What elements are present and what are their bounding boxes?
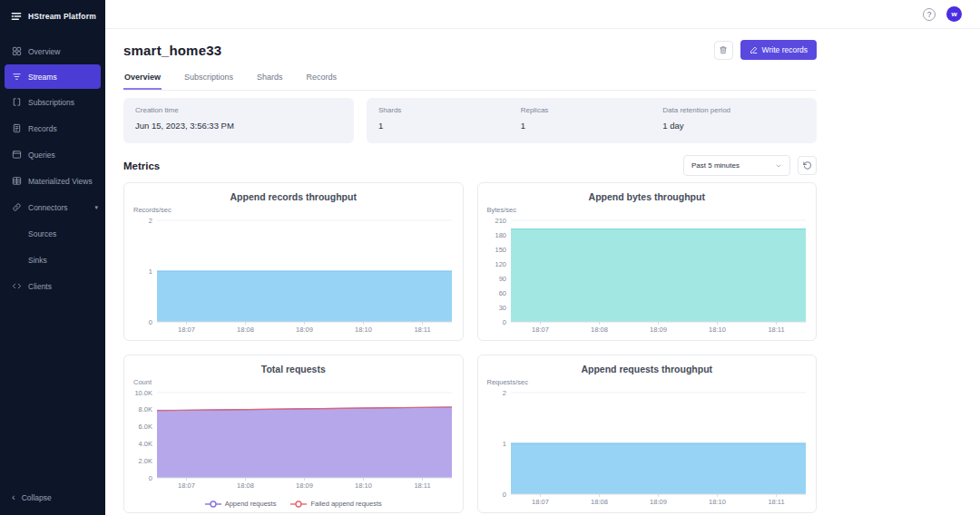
- write-records-label: Write records: [762, 45, 808, 54]
- stream-info: Creation time Jun 15, 2023, 3:56:33 PM S…: [123, 98, 817, 143]
- svg-text:2: 2: [502, 390, 505, 397]
- svg-text:18:09: 18:09: [650, 498, 667, 506]
- svg-text:18:08: 18:08: [237, 481, 254, 490]
- sidebar-item-streams[interactable]: Streams: [5, 64, 101, 89]
- tab-records[interactable]: Records: [306, 67, 338, 90]
- chart-card-append-bytes-throughput: Append bytes throughput Bytes/sec 030609…: [477, 182, 818, 341]
- refresh-button[interactable]: [798, 156, 817, 175]
- sidebar-item-connectors[interactable]: Connectors ▾: [0, 194, 105, 220]
- chart-title: Append records throughput: [124, 183, 463, 202]
- app-logo: HStream Platform: [0, 0, 105, 31]
- replicas-label: Replicas: [521, 106, 663, 114]
- creation-time-value: Jun 15, 2023, 3:56:33 PM: [135, 121, 342, 131]
- time-range-value: Past 5 minutes: [691, 161, 740, 170]
- chevron-down-icon: [775, 162, 782, 170]
- legend-label: Failed append requests: [310, 500, 381, 508]
- retention-field: Data retention period 1 day: [662, 106, 805, 135]
- sidebar-item-clients[interactable]: Clients: [0, 273, 105, 299]
- chart-canvas: 02.0K4.0K6.0K8.0K10.0K18:0718:0818:0918:…: [126, 390, 459, 492]
- metrics-header: Metrics Past 5 minutes: [123, 155, 817, 176]
- chart-legend: Append requestsFailed append requests: [124, 500, 463, 508]
- streams-icon: [12, 72, 22, 82]
- svg-text:18:11: 18:11: [768, 498, 784, 506]
- creation-time-label: Creation time: [135, 106, 342, 114]
- write-icon: [750, 46, 758, 54]
- svg-text:10.0K: 10.0K: [134, 390, 152, 397]
- main-area: ? w smart_home33 Write records Overview: [105, 0, 980, 515]
- delete-stream-button[interactable]: [714, 41, 733, 60]
- sidebar-item-sources[interactable]: Sources: [0, 220, 105, 247]
- chart-canvas: 030609012015018021018:0718:0818:0918:101…: [480, 218, 813, 338]
- chart-card-append-requests-throughput: Append requests throughput Requests/sec …: [477, 355, 818, 513]
- legend-item[interactable]: Append requests: [205, 500, 277, 508]
- legend-marker-icon: [205, 500, 221, 508]
- sidebar-item-queries[interactable]: Queries: [0, 141, 105, 168]
- svg-text:6.0K: 6.0K: [139, 423, 152, 431]
- help-icon[interactable]: ?: [923, 8, 936, 21]
- svg-text:18:07: 18:07: [178, 481, 195, 490]
- sidebar-item-materialized-views[interactable]: Materialized Views: [0, 168, 105, 194]
- creation-time-card: Creation time Jun 15, 2023, 3:56:33 PM: [123, 98, 354, 143]
- svg-text:2: 2: [149, 218, 152, 225]
- svg-text:210: 210: [495, 218, 506, 225]
- sidebar-item-label: Subscriptions: [28, 98, 74, 107]
- tab-subscriptions[interactable]: Subscriptions: [183, 67, 234, 90]
- replicas-field: Replicas 1: [521, 106, 663, 135]
- chart-title: Total requests: [124, 355, 463, 374]
- svg-text:0: 0: [149, 474, 152, 482]
- sidebar-item-label: Records: [28, 124, 57, 133]
- legend-item[interactable]: Failed append requests: [290, 500, 381, 508]
- svg-text:18:07: 18:07: [532, 498, 549, 506]
- collapse-label: Collapse: [22, 493, 52, 502]
- tab-overview[interactable]: Overview: [123, 67, 162, 90]
- svg-text:18:09: 18:09: [296, 481, 313, 490]
- svg-text:0: 0: [502, 318, 505, 326]
- chart-title: Append requests throughput: [478, 355, 817, 374]
- svg-text:2.0K: 2.0K: [139, 457, 152, 465]
- svg-text:18:09: 18:09: [650, 326, 667, 334]
- sidebar-item-label: Overview: [28, 47, 60, 56]
- replicas-value: 1: [521, 121, 663, 131]
- metrics-heading: Metrics: [123, 160, 160, 171]
- records-icon: [12, 123, 22, 133]
- sidebar-item-label: Sources: [28, 229, 56, 238]
- svg-text:0: 0: [149, 318, 152, 326]
- retention-value: 1 day: [662, 121, 805, 131]
- sidebar-collapse-button[interactable]: ‹ Collapse: [0, 492, 105, 515]
- tab-shards[interactable]: Shards: [256, 67, 284, 90]
- metrics-charts: Append records throughput Records/sec 01…: [123, 182, 817, 513]
- shards-label: Shards: [378, 106, 521, 114]
- chart-card-total-requests: Total requests Count 02.0K4.0K6.0K8.0K10…: [123, 355, 464, 513]
- svg-text:1: 1: [502, 440, 505, 448]
- chart-canvas: 01218:0718:0818:0918:1018:11: [480, 390, 813, 510]
- sidebar-item-overview[interactable]: Overview: [0, 38, 105, 64]
- svg-text:180: 180: [495, 231, 506, 239]
- y-axis-label: Requests/sec: [487, 378, 528, 386]
- svg-text:18:11: 18:11: [768, 326, 784, 334]
- stream-config-card: Shards 1 Replicas 1 Data retention perio…: [367, 98, 817, 143]
- sidebar-item-label: Connectors: [28, 203, 67, 212]
- avatar[interactable]: w: [946, 6, 962, 22]
- clients-icon: [12, 281, 22, 291]
- svg-text:60: 60: [498, 289, 505, 297]
- svg-text:1: 1: [149, 267, 152, 276]
- svg-text:18:09: 18:09: [296, 326, 313, 334]
- materialized-views-icon: [12, 176, 22, 186]
- y-axis-label: Count: [133, 378, 152, 386]
- sidebar-item-subscriptions[interactable]: Subscriptions: [0, 89, 105, 115]
- y-axis-label: Bytes/sec: [487, 206, 517, 214]
- chart-title: Append bytes throughput: [478, 183, 817, 202]
- write-records-button[interactable]: Write records: [740, 40, 817, 60]
- svg-text:18:10: 18:10: [355, 481, 372, 490]
- legend-marker-icon: [290, 500, 307, 508]
- app-root: HStream Platform Overview Streams Subscr…: [0, 0, 980, 515]
- sidebar-item-records[interactable]: Records: [0, 115, 105, 141]
- shards-field: Shards 1: [378, 106, 521, 135]
- svg-text:150: 150: [495, 246, 506, 254]
- retention-label: Data retention period: [662, 106, 805, 114]
- time-range-select[interactable]: Past 5 minutes: [683, 155, 790, 176]
- legend-label: Append requests: [225, 500, 277, 508]
- sidebar-item-sinks[interactable]: Sinks: [0, 247, 105, 273]
- svg-text:18:07: 18:07: [532, 326, 549, 334]
- chevron-down-icon: ▾: [94, 204, 98, 211]
